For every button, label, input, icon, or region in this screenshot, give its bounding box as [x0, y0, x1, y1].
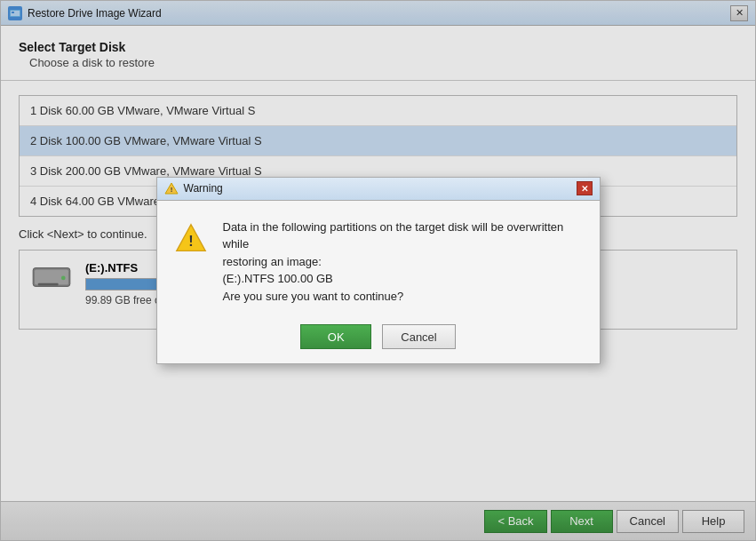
dialog-title: Warning — [184, 182, 577, 195]
dialog-overlay: ! Warning ✕ ! Data in the following part… — [1, 1, 755, 540]
dialog-title-bar: ! Warning ✕ — [157, 178, 600, 201]
wizard-window: Restore Drive Image Wizard ✕ Select Targ… — [0, 0, 756, 541]
svg-text:!: ! — [188, 233, 193, 249]
dialog-body: ! Data in the following partitions on th… — [157, 201, 600, 318]
dialog-icon: ! — [164, 181, 179, 195]
dialog-ok-button[interactable]: OK — [300, 324, 371, 349]
dialog-message: Data in the following partitions on the … — [223, 219, 582, 306]
warning-dialog: ! Warning ✕ ! Data in the following part… — [156, 177, 601, 365]
svg-text:!: ! — [170, 186, 172, 194]
warning-icon-area: ! — [175, 219, 211, 306]
dialog-close-button[interactable]: ✕ — [577, 181, 593, 195]
dialog-cancel-button[interactable]: Cancel — [382, 324, 455, 349]
dialog-buttons: OK Cancel — [157, 317, 600, 363]
